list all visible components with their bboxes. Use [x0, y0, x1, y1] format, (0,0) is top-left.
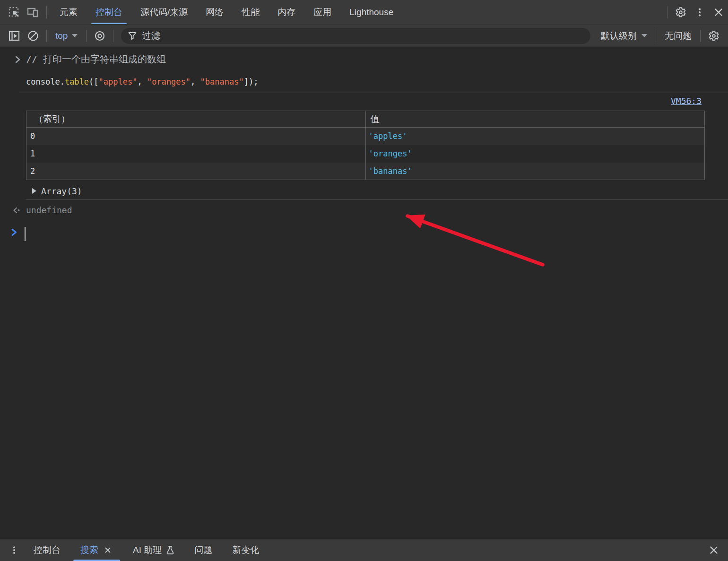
drawer-more-tools-button[interactable]	[5, 541, 24, 560]
toolbar-divider	[113, 30, 113, 42]
issues-counter[interactable]: 无问题	[660, 30, 696, 42]
table-cell-value: 'bananas'	[365, 163, 705, 180]
devtools-window: 元素 控制台 源代码/来源 网络 性能 内存 应用 Lighthouse	[0, 0, 728, 561]
clear-console-button[interactable]	[24, 26, 43, 45]
drawer-toolbar: 控制台 搜索 AI 助理 问题 新变化	[0, 539, 728, 561]
tab-sources[interactable]: 源代码/来源	[131, 0, 197, 24]
filter-input[interactable]	[142, 31, 584, 41]
code-token-plain: ([	[89, 77, 98, 86]
toolbar-divider	[667, 6, 667, 18]
gear-icon	[708, 30, 720, 42]
eye-icon	[93, 30, 106, 42]
drawer-tab-console[interactable]: 控制台	[24, 539, 70, 561]
tab-label: 问题	[194, 544, 212, 556]
close-drawer-button[interactable]	[704, 541, 723, 560]
close-icon	[713, 7, 724, 17]
log-level-selector[interactable]: 默认级别	[596, 30, 652, 42]
table-cell-value: 'apples'	[365, 128, 705, 145]
close-devtools-button[interactable]	[709, 3, 728, 22]
log-level-label: 默认级别	[601, 30, 637, 42]
prompt-chevron-icon	[10, 228, 17, 237]
drawer-tab-whats-new[interactable]: 新变化	[222, 539, 269, 561]
table-header-index[interactable]: （索引）	[26, 111, 366, 128]
tab-console[interactable]: 控制台	[87, 0, 131, 24]
console-settings-button[interactable]	[704, 26, 723, 45]
tab-label: 新变化	[232, 544, 259, 556]
tab-label: 控制台	[95, 6, 122, 18]
close-search-tab-icon[interactable]	[103, 545, 113, 555]
toolbar-divider	[656, 30, 656, 42]
device-toolbar-button[interactable]	[24, 3, 43, 22]
table-row: 2 'bananas'	[26, 163, 705, 180]
disclosure-triangle-icon	[32, 188, 36, 194]
kebab-menu-icon	[9, 545, 19, 555]
more-options-button[interactable]	[690, 3, 709, 22]
code-comment: // 打印一个由字符串组成的数组	[26, 53, 728, 65]
tab-application[interactable]: 应用	[304, 0, 340, 24]
issues-label: 无问题	[665, 31, 692, 41]
device-toolbar-icon	[26, 6, 40, 18]
array-preview-text: Array(3)	[41, 186, 82, 196]
settings-button[interactable]	[671, 3, 690, 22]
tab-label: 网络	[206, 6, 224, 18]
code-token-plain: ,	[191, 77, 200, 86]
console-filter-box[interactable]	[121, 28, 590, 44]
panel-tabs: 元素 控制台 源代码/来源 网络 性能 内存 应用 Lighthouse	[51, 0, 402, 24]
tab-label: 源代码/来源	[140, 6, 188, 18]
tab-performance[interactable]: 性能	[233, 0, 269, 24]
tab-label: AI 助理	[133, 544, 162, 556]
close-icon	[709, 545, 719, 555]
array-expander[interactable]: Array(3)	[32, 184, 728, 198]
console-command-code: console.table(["apples", "oranges", "ban…	[26, 76, 728, 88]
tab-label: 控制台	[34, 544, 61, 556]
chevron-down-icon	[641, 34, 647, 37]
execution-context-selector[interactable]: top	[51, 31, 82, 41]
source-location-link[interactable]: VM56:3	[671, 96, 702, 106]
table-header-value[interactable]: 值	[365, 111, 705, 128]
drawer-tabs: 控制台 搜索 AI 助理 问题 新变化	[24, 539, 269, 561]
drawer-tab-search[interactable]: 搜索	[70, 539, 123, 561]
console-toolbar: top 默认级别 无问题	[0, 25, 728, 47]
inspect-element-button[interactable]	[5, 3, 24, 22]
console-table: （索引） 值 0 'apples' 1 'oranges' 2 'bananas…	[26, 111, 705, 180]
code-token-string: "bananas"	[200, 77, 244, 86]
console-sidebar-toggle-button[interactable]	[5, 26, 24, 45]
code-token-function: table	[65, 77, 89, 86]
text-cursor	[25, 227, 26, 241]
table-cell-index: 2	[26, 163, 366, 180]
console-command-message: // 打印一个由字符串组成的数组 console.table(["apples"…	[0, 47, 728, 93]
tab-label: Lighthouse	[349, 7, 393, 17]
tab-network[interactable]: 网络	[197, 0, 233, 24]
chevron-down-icon	[72, 34, 78, 37]
table-row: 1 'oranges'	[26, 145, 705, 163]
toolbar-divider	[46, 30, 47, 42]
tab-memory[interactable]: 内存	[269, 0, 304, 24]
toolbar-divider	[700, 30, 701, 42]
toolbar-divider	[86, 30, 87, 42]
kebab-menu-icon	[694, 7, 705, 17]
tab-label: 内存	[277, 6, 295, 18]
console-table-result-message: VM56:3 （索引） 值 0 'apples' 1 'oranges' 2 '…	[0, 93, 728, 200]
experiment-flask-icon	[166, 545, 174, 555]
return-value-icon	[12, 207, 22, 214]
console-prompt[interactable]	[0, 220, 728, 241]
table-cell-value: 'oranges'	[365, 145, 705, 163]
console-return-message: undefined	[0, 200, 728, 220]
tab-label: 性能	[242, 6, 260, 18]
clear-console-icon	[27, 30, 39, 42]
context-label: top	[55, 31, 68, 41]
tab-elements[interactable]: 元素	[51, 0, 87, 24]
code-token-string: "oranges"	[147, 77, 191, 86]
drawer-tab-ai-assistant[interactable]: AI 助理	[123, 539, 184, 561]
gear-icon	[675, 6, 687, 18]
code-token-plain: console.	[26, 77, 65, 86]
toolbar-divider	[46, 6, 47, 18]
drawer-tab-issues[interactable]: 问题	[184, 539, 222, 561]
tab-label: 应用	[313, 6, 331, 18]
tab-lighthouse[interactable]: Lighthouse	[340, 0, 402, 24]
table-cell-index: 1	[26, 145, 366, 163]
sidebar-toggle-icon	[8, 30, 20, 42]
live-expression-button[interactable]	[90, 26, 109, 45]
console-messages-area: // 打印一个由字符串组成的数组 console.table(["apples"…	[0, 47, 728, 539]
table-header-row: （索引） 值	[26, 111, 705, 128]
